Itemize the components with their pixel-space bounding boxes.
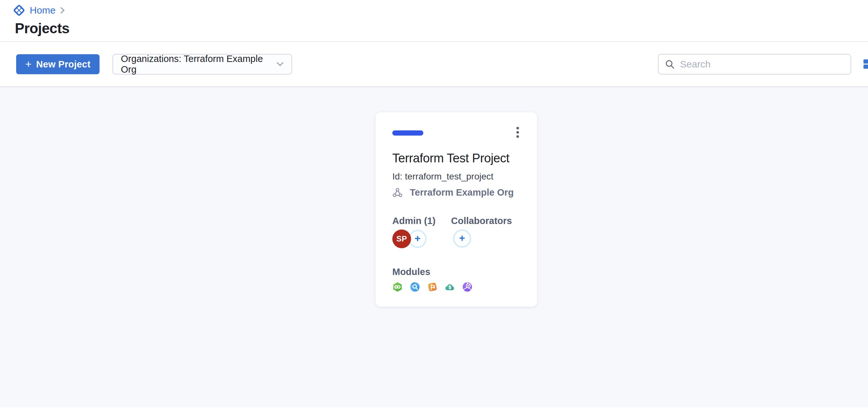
project-card[interactable]: Terraform Test Project Id: terraform_tes… [375, 112, 537, 307]
add-collaborator-button[interactable]: + [453, 230, 471, 247]
reliability-module-icon [410, 282, 420, 292]
chevron-down-icon [276, 62, 284, 67]
organizations-dropdown[interactable]: Organizations: Terraform Example Org [113, 54, 292, 74]
breadcrumb-chevron-icon [60, 7, 65, 14]
plus-icon: + [25, 59, 32, 69]
collaborators-section: Collaborators + [451, 215, 512, 248]
organizations-dropdown-value: Organizations: Terraform Example Org [121, 54, 276, 75]
breadcrumb-home-link[interactable]: Home [30, 5, 56, 16]
content-area: Terraform Test Project Id: terraform_tes… [0, 87, 868, 407]
security-tests-module-icon [462, 282, 472, 292]
grid-view-toggle-icon[interactable] [864, 59, 868, 69]
admin-label: Admin (1) [392, 215, 436, 226]
kebab-menu-icon[interactable] [515, 124, 520, 141]
page-header: Home Projects [0, 0, 868, 42]
delivery-module-icon [392, 282, 403, 292]
collaborators-label: Collaborators [451, 215, 512, 226]
search-input[interactable] [680, 59, 844, 70]
new-project-label: New Project [36, 59, 91, 70]
project-org-name: Terraform Example Org [410, 187, 514, 198]
admin-section: Admin (1) SP + [392, 215, 436, 248]
cloud-costs-module-icon: $ [445, 282, 455, 292]
modules-row: $ [392, 282, 520, 292]
modules-label: Modules [392, 266, 520, 277]
project-title: Terraform Test Project [392, 150, 520, 167]
page-title: Projects [15, 21, 868, 36]
feature-flags-module-icon [427, 282, 438, 292]
project-color-bar [392, 130, 423, 136]
organization-icon [392, 188, 403, 198]
project-id: Id: terraform_test_project [392, 171, 520, 182]
breadcrumb: Home [13, 4, 868, 17]
svg-text:$: $ [448, 284, 452, 290]
new-project-button[interactable]: + New Project [16, 54, 99, 74]
add-admin-button[interactable]: + [408, 230, 427, 248]
project-org-row: Terraform Example Org [392, 187, 520, 198]
search-icon [665, 59, 675, 69]
app-logo-icon [13, 4, 25, 16]
search-box [658, 54, 851, 74]
projects-page: Home Projects + New Project Organization… [0, 0, 868, 408]
admin-avatar[interactable]: SP [392, 230, 411, 248]
toolbar: + New Project Organizations: Terraform E… [0, 42, 868, 87]
